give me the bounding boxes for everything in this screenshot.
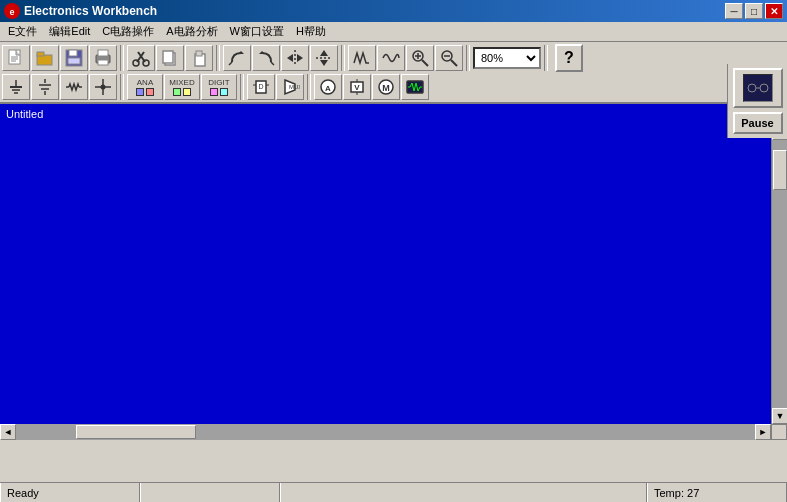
digit-button[interactable]: DIGIT (201, 74, 237, 100)
paste-button[interactable] (185, 45, 213, 71)
sep-tb2-3 (307, 74, 311, 100)
wave2-button[interactable] (377, 45, 405, 71)
svg-rect-12 (98, 50, 108, 56)
status-seg2 (140, 483, 280, 502)
svg-point-67 (748, 84, 756, 92)
instrument-panel: Pause (727, 64, 787, 138)
status-ready: Ready (0, 483, 140, 502)
svg-text:A: A (325, 84, 331, 93)
wave1-button[interactable] (348, 45, 376, 71)
separator5 (544, 45, 548, 71)
flipflop-button[interactable]: D (247, 74, 275, 100)
status-seg3 (280, 483, 647, 502)
svg-rect-19 (163, 51, 173, 63)
sep-tb2-1 (120, 74, 124, 100)
svg-marker-28 (297, 54, 303, 62)
svg-rect-21 (196, 51, 202, 56)
svg-point-16 (133, 60, 139, 66)
rotate-cw-button[interactable] (223, 45, 251, 71)
menu-help[interactable]: H帮助 (290, 22, 332, 41)
new-button[interactable] (2, 45, 30, 71)
zoom-in-mag[interactable] (406, 45, 434, 71)
svg-marker-31 (320, 60, 328, 66)
flip-v-button[interactable] (310, 45, 338, 71)
svg-text:D: D (258, 83, 263, 90)
menu-edit[interactable]: 编辑Edit (43, 22, 96, 41)
svg-point-68 (760, 84, 768, 92)
ground-button[interactable] (2, 74, 30, 100)
svg-rect-13 (98, 60, 108, 65)
oscope-button[interactable] (401, 74, 429, 100)
save-button[interactable] (60, 45, 88, 71)
separator3 (341, 45, 345, 71)
toolbar1: 80% ? (2, 44, 785, 72)
minimize-button[interactable]: ─ (725, 3, 743, 19)
resistor-button[interactable] (60, 74, 88, 100)
svg-marker-30 (320, 50, 328, 56)
pause-button[interactable]: Pause (733, 112, 783, 134)
svg-line-33 (422, 60, 428, 66)
maximize-button[interactable]: □ (745, 3, 763, 19)
rotate-ccw-button[interactable] (252, 45, 280, 71)
svg-text:M: M (382, 83, 390, 93)
separator1 (120, 45, 124, 71)
svg-rect-7 (37, 52, 44, 56)
canvas-area[interactable] (0, 124, 771, 424)
flip-h-button[interactable] (281, 45, 309, 71)
toolbar2: ANA MIXED DIGIT (2, 74, 785, 100)
hscroll-track[interactable] (16, 424, 755, 440)
help-button[interactable]: ? (555, 44, 583, 72)
hscroll-thumb[interactable] (76, 425, 196, 439)
hscroll: ◄ ► (0, 424, 787, 440)
vscroll-thumb[interactable] (773, 150, 787, 190)
hscroll-right-button[interactable]: ► (755, 424, 771, 440)
workspace-title: Untitled (0, 104, 787, 124)
motor-button[interactable]: M (372, 74, 400, 100)
svg-rect-10 (68, 58, 80, 64)
sep-tb2-2 (240, 74, 244, 100)
close-button[interactable]: ✕ (765, 3, 783, 19)
svg-point-17 (143, 60, 149, 66)
mixed-button[interactable]: MIXED (164, 74, 200, 100)
copy-button[interactable] (156, 45, 184, 71)
cut-button[interactable] (127, 45, 155, 71)
svg-rect-9 (69, 50, 77, 56)
print-button[interactable] (89, 45, 117, 71)
open-button[interactable] (31, 45, 59, 71)
svg-point-51 (101, 85, 106, 90)
menu-circuit[interactable]: C电路操作 (96, 22, 160, 41)
vsource-button[interactable] (31, 74, 59, 100)
status-bar: Ready Temp: 27 (0, 482, 787, 502)
menu-file[interactable]: E文件 (2, 22, 43, 41)
svg-line-25 (271, 62, 274, 65)
voltmeter-button[interactable]: V (343, 74, 371, 100)
title-bar: e Electronics Workbench ─ □ ✕ (0, 0, 787, 22)
svg-marker-27 (287, 54, 293, 62)
menu-window[interactable]: W窗口设置 (224, 22, 290, 41)
status-temp: Temp: 27 (647, 483, 787, 502)
app-icon: e (4, 3, 20, 19)
vscroll-down-button[interactable]: ▼ (772, 408, 787, 424)
ammeter-button[interactable]: A (314, 74, 342, 100)
window-title: Electronics Workbench (24, 4, 723, 18)
mux-button[interactable]: MUX (276, 74, 304, 100)
junction-button[interactable] (89, 74, 117, 100)
separator4 (466, 45, 470, 71)
zoom-out-mag[interactable] (435, 45, 463, 71)
hscroll-left-button[interactable]: ◄ (0, 424, 16, 440)
svg-line-23 (229, 62, 232, 65)
toolbar-container: 80% ? (0, 42, 787, 104)
workspace-area: Untitled ▲ ▼ ◄ (0, 104, 787, 440)
zoom-select[interactable]: 80% (473, 47, 541, 69)
svg-line-37 (451, 60, 457, 66)
svg-text:V: V (354, 83, 360, 92)
svg-text:MUX: MUX (289, 84, 300, 90)
menu-bar: E文件 编辑Edit C电路操作 A电路分析 W窗口设置 H帮助 (0, 22, 787, 42)
menu-analysis[interactable]: A电路分析 (160, 22, 223, 41)
svg-text:e: e (9, 7, 14, 17)
separator2 (216, 45, 220, 71)
instrument-display[interactable] (733, 68, 783, 108)
ana-button[interactable]: ANA (127, 74, 163, 100)
